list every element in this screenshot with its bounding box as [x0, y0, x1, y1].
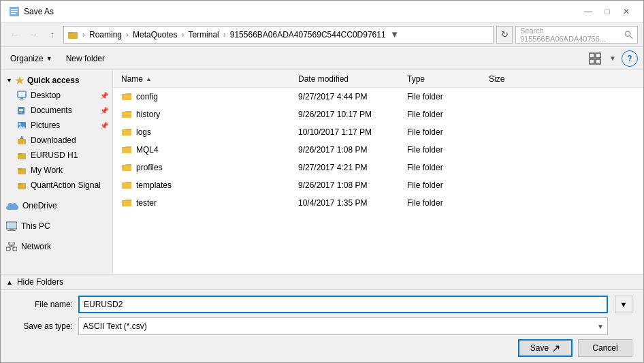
svg-point-6: [626, 31, 630, 35]
svg-line-41: [12, 247, 15, 247]
dialog-icon: [9, 6, 20, 17]
file-type-cell: File folder: [402, 110, 483, 119]
column-size[interactable]: Size: [483, 74, 538, 84]
table-row[interactable]: profiles 9/27/2017 4:21 PM File folder: [113, 159, 643, 176]
file-name-text: MQL4: [136, 145, 159, 155]
new-folder-button[interactable]: New folder: [62, 50, 109, 67]
save-as-type-select-wrap: ASCII Text (*.csv) ▼: [78, 317, 608, 335]
column-date-modified[interactable]: Date modified: [293, 74, 402, 84]
file-date-cell: 9/27/2017 4:21 PM: [293, 163, 402, 172]
organize-arrow-icon: ▼: [46, 55, 52, 62]
hide-folders-bar[interactable]: ▲ Hide Folders: [1, 274, 643, 289]
minimize-button[interactable]: —: [579, 5, 597, 18]
search-icon: [624, 30, 633, 40]
svg-line-40: [8, 247, 12, 247]
file-name-cell: tester: [116, 198, 293, 208]
button-row: Save ↗ Cancel: [12, 339, 632, 357]
breadcrumb-dropdown-button[interactable]: ▼: [388, 27, 402, 43]
sidebar-item-quant-signal[interactable]: QuantAction Signal: [1, 178, 112, 193]
file-list-header: Name ▲ Date modified Type Size: [113, 70, 643, 88]
save-button[interactable]: Save ↗: [518, 339, 573, 357]
hide-folders-label: Hide Folders: [17, 277, 63, 287]
sidebar-item-onedrive[interactable]: OneDrive: [1, 198, 112, 213]
sort-arrow-icon: ▲: [146, 76, 152, 82]
file-name-input[interactable]: [78, 296, 608, 313]
svg-rect-36: [9, 242, 14, 245]
search-box: Search 915566BA06ADA40756...: [515, 26, 638, 44]
breadcrumb-metaquotes[interactable]: MetaQuotes: [131, 30, 179, 40]
sidebar-item-pictures-label: Pictures: [31, 121, 60, 130]
svg-rect-25: [21, 136, 22, 139]
file-name-text: logs: [136, 127, 151, 137]
sidebar-item-desktop-label: Desktop: [31, 91, 61, 100]
quant-icon: [17, 180, 27, 190]
breadcrumb-terminal[interactable]: Terminal: [186, 30, 221, 40]
sidebar-separator-3: [1, 234, 112, 239]
sidebar-item-thispc[interactable]: This PC: [1, 219, 112, 234]
desktop-icon: [17, 91, 27, 100]
svg-rect-34: [10, 229, 14, 230]
sidebar: ▼ Quick access Desktop 📌: [1, 70, 113, 274]
table-row[interactable]: history 9/26/2017 10:17 PM File folder: [113, 106, 643, 123]
quick-access-label: Quick access: [27, 76, 80, 85]
svg-rect-35: [7, 230, 16, 231]
search-placeholder: Search 915566BA06ADA40756...: [520, 27, 622, 43]
svg-line-7: [630, 35, 632, 38]
save-as-type-label: Save as type:: [12, 321, 73, 331]
view-button[interactable]: [586, 50, 604, 67]
view-icon: [589, 52, 601, 65]
breadcrumb-hash[interactable]: 915566BA06ADA407569C544CC0D97611: [228, 30, 388, 40]
dialog-title: Save As: [24, 7, 579, 16]
sidebar-item-eurusd-h1[interactable]: EURUSD H1: [1, 148, 112, 163]
new-folder-label: New folder: [66, 54, 105, 63]
up-button[interactable]: ↑: [44, 27, 61, 43]
save-as-type-select[interactable]: ASCII Text (*.csv): [78, 317, 608, 335]
eurusd-icon: [17, 151, 27, 160]
file-type-cell: File folder: [402, 127, 483, 137]
hide-folders-arrow-icon: ▲: [6, 279, 13, 286]
file-type-cell: File folder: [402, 145, 483, 155]
sidebar-item-downloaded[interactable]: Downloaded: [1, 133, 112, 148]
table-row[interactable]: config 9/27/2017 4:44 PM File folder: [113, 88, 643, 106]
cancel-button[interactable]: Cancel: [578, 339, 632, 357]
back-button[interactable]: ←: [6, 27, 22, 43]
file-date-cell: 9/26/2017 1:08 PM: [293, 145, 402, 155]
column-name[interactable]: Name ▲: [116, 74, 293, 84]
table-row[interactable]: MQL4 9/26/2017 1:08 PM File folder: [113, 141, 643, 159]
svg-rect-2: [11, 11, 18, 12]
sidebar-item-documents[interactable]: Documents 📌: [1, 103, 112, 118]
maximize-button[interactable]: □: [598, 5, 616, 18]
sidebar-item-my-work[interactable]: My Work: [1, 163, 112, 178]
breadcrumb-roaming[interactable]: Roaming: [87, 30, 124, 40]
column-type[interactable]: Type: [402, 74, 483, 84]
save-as-type-row: Save as type: ASCII Text (*.csv) ▼: [12, 317, 632, 335]
file-name-cell: profiles: [116, 163, 293, 172]
svg-rect-17: [19, 109, 23, 110]
sidebar-item-network[interactable]: Network: [1, 239, 112, 254]
file-name-cell: config: [116, 92, 293, 101]
sidebar-section-quick-access[interactable]: ▼ Quick access: [1, 73, 112, 88]
table-row[interactable]: templates 9/26/2017 1:08 PM File folder: [113, 176, 643, 194]
file-name-text: history: [136, 110, 160, 119]
table-row[interactable]: tester 10/4/2017 1:35 PM File folder: [113, 194, 643, 212]
svg-rect-10: [590, 59, 594, 64]
file-name-cell: logs: [116, 127, 293, 137]
svg-rect-5: [68, 32, 72, 33]
filename-dropdown-button[interactable]: ▼: [615, 296, 632, 313]
organize-button[interactable]: Organize ▼: [6, 50, 57, 67]
sidebar-item-pictures[interactable]: Pictures 📌: [1, 118, 112, 133]
help-button[interactable]: ?: [622, 50, 638, 67]
refresh-button[interactable]: ↻: [496, 26, 513, 44]
sidebar-separator-2: [1, 213, 112, 219]
svg-rect-9: [596, 53, 600, 58]
pin-icon-desktop: 📌: [100, 92, 108, 99]
breadcrumb-sep-1: ›: [82, 30, 85, 40]
forward-button[interactable]: →: [25, 27, 42, 43]
sidebar-separator-1: [1, 193, 112, 198]
sidebar-item-desktop[interactable]: Desktop 📌: [1, 88, 112, 103]
close-button[interactable]: ✕: [617, 5, 635, 18]
action-bar: Organize ▼ New folder ▼ ?: [1, 47, 643, 70]
folder-icon: [121, 198, 132, 208]
title-bar: Save As — □ ✕: [1, 1, 643, 22]
table-row[interactable]: logs 10/10/2017 1:17 PM File folder: [113, 123, 643, 141]
